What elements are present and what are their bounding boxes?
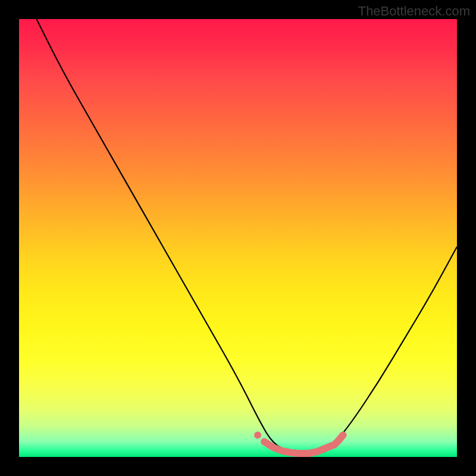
highlight-dot [254, 431, 261, 439]
chart-svg [19, 19, 457, 457]
chart-plot-area [19, 19, 457, 457]
bottleneck-curve [36, 19, 457, 454]
watermark-text: TheBottleneck.com [358, 4, 470, 19]
